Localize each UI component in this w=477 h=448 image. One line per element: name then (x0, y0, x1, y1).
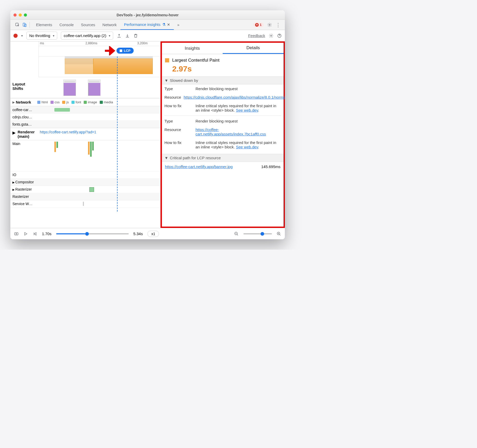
kv-key-fix: How to fix (164, 140, 193, 149)
tab-performance-insights[interactable]: Performance insights ⚗ ✕ (120, 20, 174, 30)
zoom-out-icon[interactable] (234, 232, 239, 236)
minimize-window-button[interactable] (19, 13, 22, 17)
gear-icon[interactable] (267, 23, 272, 27)
chevron-right-icon: ▶ (12, 100, 15, 104)
legend-css: css (55, 100, 60, 104)
error-count: 1 (260, 23, 262, 27)
timeline-range-slider[interactable] (56, 233, 129, 234)
zoom-in-icon[interactable] (277, 232, 281, 236)
thread-row-rasterizer[interactable]: ▶ Rasterizer (10, 186, 160, 193)
time-ruler[interactable]: ms 2,880ms 3,200m (39, 41, 160, 46)
thread-row-compositor[interactable]: ▶ Compositor (10, 179, 160, 186)
see-webdev-link[interactable]: See web.dev (236, 145, 258, 149)
maximize-window-button[interactable] (24, 13, 27, 17)
network-row-name: coffee-car… (10, 108, 39, 112)
device-toggle-icon[interactable] (22, 23, 27, 27)
thread-row-service-worker[interactable]: Service W… (10, 200, 160, 208)
upload-icon[interactable] (117, 33, 121, 38)
kv-key-resource: Resource (164, 95, 181, 99)
window-controls (13, 13, 27, 17)
trash-icon[interactable] (133, 33, 138, 38)
renderer-track-header[interactable]: ▶ Renderer (main) https://coffee-cart.ne… (10, 128, 160, 140)
section-critical-path[interactable]: ▼ Critical path for LCP resource (162, 154, 284, 162)
playback-speed[interactable]: x1 (147, 231, 159, 237)
layout-shifts-label: Layout Shifts (10, 77, 39, 98)
network-track-header[interactable]: ▶ Network html css js font image media (10, 98, 160, 106)
details-pane: Insights Details Largest Contentful Pain… (161, 41, 285, 228)
renderer-url[interactable]: https://coffee-cart.netlify.app/ (40, 130, 86, 134)
section-slowed-down[interactable]: ▼ Slowed down by (162, 76, 284, 84)
kv-val-type: Render blocking request (196, 119, 281, 123)
lcp-marker[interactable]: LCP (117, 48, 134, 54)
network-row[interactable]: coffee-car… (10, 106, 160, 113)
titlebar: DevTools - jec.fyi/demo/menu-hover (10, 10, 285, 20)
timeline-footer: 1.70s 5.34s x1 (10, 228, 285, 239)
critical-path-link[interactable]: https://coffee-cart.netlify.app/banner.j… (165, 164, 233, 169)
kv-key-fix: How to fix (164, 104, 193, 112)
legend-font: font (76, 100, 81, 104)
timeline-pane: ms 2,880ms 3,200m LCP (10, 41, 161, 228)
thread-row-rasterizer-2[interactable]: Rasterizer (10, 193, 160, 200)
range-end-label: 5.34s (133, 232, 143, 236)
layout-shifts-lane[interactable] (39, 77, 160, 98)
kv-key-resource: Resource (164, 127, 193, 136)
zoom-slider[interactable] (243, 233, 272, 234)
tab-elements[interactable]: Elements (32, 20, 56, 30)
tab-network[interactable]: Network (99, 20, 120, 30)
lcp-marker-icon (120, 49, 122, 52)
svg-point-4 (271, 35, 272, 36)
throttling-label: No throttling (29, 33, 50, 38)
play-icon[interactable] (23, 232, 28, 236)
network-row[interactable]: cdnjs.clou… (10, 113, 160, 121)
skip-back-icon[interactable] (33, 232, 37, 236)
help-icon[interactable] (277, 33, 282, 38)
network-row[interactable]: fonts.gsta… (10, 121, 160, 128)
close-tab-icon[interactable]: ✕ (167, 23, 170, 27)
record-button[interactable] (13, 34, 18, 38)
main-frame-track[interactable] (39, 56, 160, 77)
kv-key-type: Type (164, 119, 193, 123)
thread-row-main[interactable]: Main (10, 140, 160, 171)
panel-tabstrip: Elements Console Sources Network Perform… (10, 20, 285, 30)
record-menu-caret[interactable]: ▾ (21, 34, 23, 38)
perf-toolbar: ▾ No throttling ▾ coffee-cart.netlify.ap… (10, 30, 285, 41)
kv-key-type: Type (164, 86, 193, 91)
svg-rect-6 (15, 233, 18, 235)
lcp-color-swatch (165, 58, 169, 62)
download-icon[interactable] (125, 33, 130, 38)
tab-insights[interactable]: Insights (162, 43, 223, 54)
close-window-button[interactable] (13, 13, 17, 17)
tab-sources[interactable]: Sources (77, 20, 99, 30)
settings-gear-icon[interactable] (269, 33, 273, 38)
error-badge[interactable]: ✕ 1 (253, 23, 264, 27)
resource-link[interactable]: https://coffee-cart.netlify.app/assets/i… (196, 127, 266, 136)
layout-shift-thumbnail[interactable] (63, 80, 76, 96)
network-header-label: Network (16, 100, 31, 104)
devtools-window: DevTools - jec.fyi/demo/menu-hover Eleme… (10, 10, 285, 239)
more-tabs-button[interactable]: » (174, 20, 183, 30)
thread-name: Rasterizer (10, 193, 39, 200)
resource-link[interactable]: https://cdnjs.cloudflare.com/ajax/libs/n… (184, 95, 285, 99)
legend-html: html (41, 100, 48, 104)
tick-label: 3,200m (137, 41, 148, 45)
tab-console[interactable]: Console (56, 20, 77, 30)
eye-icon[interactable] (14, 232, 19, 236)
inspect-icon[interactable] (15, 23, 20, 27)
renderer-url-query: ?ad=1 (86, 130, 96, 134)
thread-name: ▶ Compositor (10, 179, 39, 186)
tab-details[interactable]: Details (223, 43, 284, 54)
legend-js: js (66, 100, 69, 104)
legend-image: image (88, 100, 97, 104)
layout-shifts-track: Layout Shifts (10, 77, 160, 98)
thread-name: IO (10, 171, 39, 178)
feedback-link[interactable]: Feedback (248, 33, 265, 38)
tab-label: Performance insights (124, 22, 161, 27)
thread-row-io[interactable]: IO (10, 171, 160, 179)
layout-shift-thumbnail[interactable] (88, 80, 100, 96)
recording-select[interactable]: coffee-cart.netlify.app (2) ▾ (61, 32, 113, 40)
kebab-icon[interactable]: ⋮ (276, 22, 281, 27)
recording-label: coffee-cart.netlify.app (2) (64, 33, 106, 38)
see-webdev-link[interactable]: See web.dev (236, 108, 258, 112)
throttling-select[interactable]: No throttling ▾ (26, 32, 57, 40)
chevron-down-icon: ▼ (164, 156, 168, 160)
